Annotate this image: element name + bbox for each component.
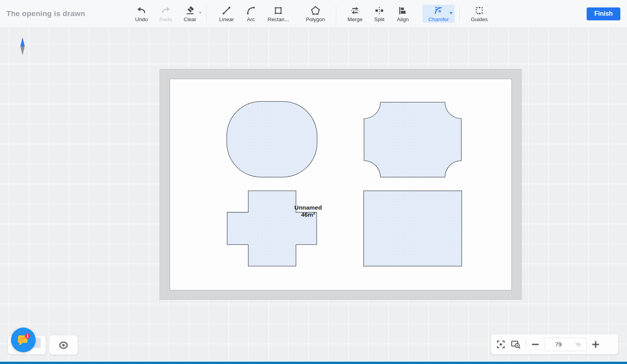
room-concave-corners[interactable]	[364, 102, 461, 177]
guides-button[interactable]: Guides	[467, 2, 492, 25]
compass-icon	[20, 37, 25, 57]
zoom-toolbar: %	[491, 334, 618, 354]
zoom-unit-label: %	[570, 341, 586, 348]
visibility-button[interactable]	[49, 335, 78, 355]
align-label: Align	[397, 17, 409, 22]
merge-label: Merge	[348, 17, 362, 22]
linear-icon	[221, 5, 232, 16]
plus-icon	[592, 340, 600, 348]
eraser-icon	[185, 5, 195, 16]
floor-plan-canvas[interactable]: Unnamed 46m²	[170, 79, 512, 290]
polygon-icon	[310, 5, 321, 16]
finish-button[interactable]: Finish	[587, 7, 620, 20]
status-text: The opening is drawn	[6, 9, 129, 18]
chat-badge: 1	[26, 333, 29, 338]
guides-icon	[474, 5, 484, 16]
split-icon	[374, 5, 384, 16]
zoom-level-input[interactable]	[547, 340, 570, 348]
merge-icon	[350, 5, 360, 16]
chamfer-button[interactable]: Chamfer	[422, 5, 455, 23]
undo-label: Undo	[135, 17, 148, 22]
chamfer-label: Chamfer	[428, 17, 449, 22]
eye-icon	[58, 340, 69, 350]
undo-icon	[136, 5, 147, 16]
arc-tool-button[interactable]: Arc	[239, 2, 263, 25]
rectangle-label: Rectan...	[268, 17, 289, 22]
room-cross[interactable]	[227, 191, 317, 266]
toolbar-divider	[206, 5, 207, 22]
arc-icon	[246, 5, 256, 16]
zoom-level-field: %	[544, 338, 587, 351]
zoom-in-button[interactable]	[592, 340, 600, 348]
redo-icon	[161, 5, 171, 16]
chamfer-dropdown-caret-icon[interactable]	[449, 12, 453, 14]
split-label: Split	[374, 17, 384, 22]
align-button[interactable]: Align	[391, 2, 415, 25]
linear-tool-button[interactable]: Linear	[214, 2, 239, 25]
zoom-area-icon	[511, 339, 521, 350]
room-rectangle[interactable]	[364, 191, 462, 266]
merge-button[interactable]: Merge	[342, 2, 368, 25]
split-button[interactable]: Split	[368, 2, 391, 25]
clear-dropdown-caret-icon[interactable]	[199, 12, 202, 14]
toolbar: The opening is drawn Undo Redo	[0, 0, 627, 28]
linear-label: Linear	[219, 17, 234, 22]
room-rounded[interactable]	[227, 101, 317, 177]
undo-button[interactable]: Undo	[129, 2, 154, 25]
room-name-label: Unnamed	[294, 204, 322, 211]
zoom-out-button[interactable]	[531, 340, 539, 348]
chat-button[interactable]: 1	[11, 328, 36, 352]
fit-view-icon	[496, 340, 506, 349]
rectangle-icon	[273, 5, 283, 16]
chat-icon: 1	[14, 331, 33, 349]
minus-icon	[531, 340, 539, 348]
polygon-tool-button[interactable]: Polygon	[299, 2, 332, 25]
align-icon	[398, 5, 408, 16]
bottom-accent-bar	[0, 361, 627, 364]
toolbar-tools: Undo Redo Clear	[129, 0, 492, 27]
room-area-label: 46m²	[301, 211, 315, 218]
rectangle-tool-button[interactable]: Rectan...	[263, 2, 294, 25]
polygon-label: Polygon	[306, 17, 325, 22]
zoom-bar-divider	[526, 339, 526, 350]
clear-label: Clear	[184, 17, 196, 22]
clear-button[interactable]: Clear	[178, 2, 202, 25]
redo-label: Redo	[159, 17, 172, 22]
toolbar-divider	[459, 5, 460, 22]
arc-label: Arc	[247, 17, 255, 22]
zoom-area-button[interactable]	[511, 339, 521, 350]
toolbar-divider	[336, 5, 336, 22]
guides-label: Guides	[471, 17, 488, 22]
floor-plan-wall[interactable]: Unnamed 46m²	[159, 69, 522, 300]
fit-view-button[interactable]	[496, 340, 506, 349]
redo-button[interactable]: Redo	[154, 2, 178, 25]
chamfer-icon	[433, 5, 444, 16]
